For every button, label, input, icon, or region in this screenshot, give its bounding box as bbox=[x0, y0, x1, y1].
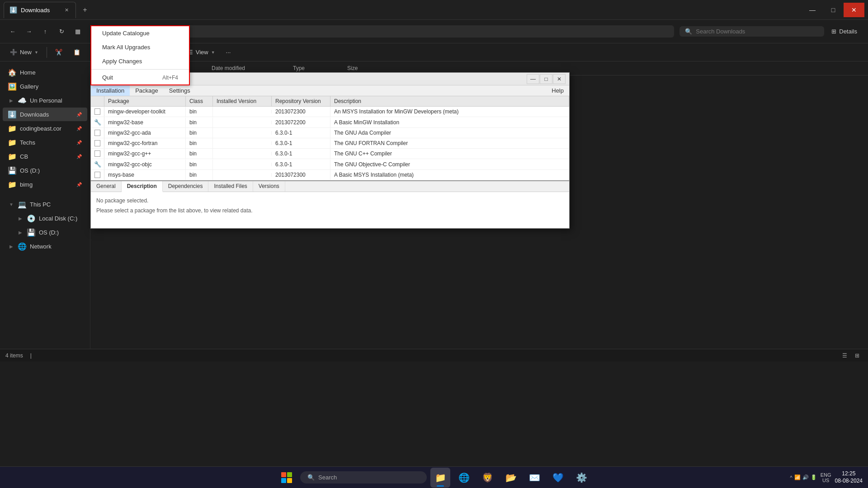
header-size[interactable]: Size bbox=[344, 63, 389, 73]
taskbar-app-explorer[interactable]: 📁 bbox=[430, 468, 450, 488]
table-row[interactable]: mingw32-gcc-g++ bin 6.3.0-1 The GNU C++ … bbox=[91, 149, 569, 159]
sidebar-item-cb[interactable]: 📁 CB 📌 bbox=[3, 150, 87, 163]
header-package: Package bbox=[104, 96, 186, 106]
sidebar-item-home[interactable]: 🏠 Home bbox=[3, 66, 87, 79]
view-chevron: ▼ bbox=[211, 50, 215, 55]
new-button[interactable]: ➕ New ▼ bbox=[5, 46, 43, 58]
checkbox-0[interactable] bbox=[94, 108, 100, 115]
table-row[interactable]: mingw32-gcc-fortran bin 6.3.0-1 The GNU … bbox=[91, 138, 569, 149]
mingw-menu-help[interactable]: Help bbox=[546, 85, 569, 96]
maximize-button[interactable]: □ bbox=[823, 3, 844, 17]
tab-versions[interactable]: Versions bbox=[253, 181, 285, 192]
tab-close-button[interactable]: ✕ bbox=[63, 6, 70, 14]
table-row[interactable]: msys-base bin 2013072300 A Basic MSYS In… bbox=[91, 170, 569, 180]
expand-icon-thispc: ▼ bbox=[8, 201, 14, 207]
mingw-close-button[interactable]: ✕ bbox=[553, 74, 566, 84]
taskbar-app-vscode[interactable]: 💙 bbox=[548, 468, 568, 488]
minimize-button[interactable]: — bbox=[802, 3, 823, 17]
cut-button[interactable]: ✂️ bbox=[51, 46, 67, 58]
more-button[interactable]: ··· bbox=[222, 46, 236, 58]
row-check-3[interactable] bbox=[91, 138, 104, 148]
mingw-menu-settings[interactable]: Settings bbox=[164, 85, 196, 96]
header-date[interactable]: Date modified bbox=[208, 63, 289, 73]
back-button[interactable]: ← bbox=[5, 24, 20, 39]
view-button[interactable]: ▦ bbox=[71, 24, 85, 39]
up-button[interactable]: ↑ bbox=[38, 24, 52, 39]
copy-button[interactable]: 📋 bbox=[69, 46, 85, 58]
tab-installed-files[interactable]: Installed Files bbox=[208, 181, 253, 192]
tray-wifi[interactable]: 📶 bbox=[794, 474, 801, 480]
taskbar-app-files[interactable]: 📂 bbox=[501, 468, 521, 488]
pkg-icon-1: 🔧 bbox=[94, 119, 101, 126]
row-check-2[interactable] bbox=[91, 128, 104, 138]
row-check-6[interactable] bbox=[91, 170, 104, 180]
taskbar-app-edge[interactable]: 🌐 bbox=[454, 468, 474, 488]
sidebar-item-network-label: Network bbox=[30, 243, 52, 250]
mingw-minimize-button[interactable]: — bbox=[527, 74, 539, 84]
taskbar-windows-button[interactable] bbox=[277, 468, 297, 488]
taskbar-search[interactable]: 🔍 Search bbox=[300, 471, 427, 483]
dropdown-item-mark-upgrades[interactable]: Mark All Upgrades bbox=[91, 40, 189, 54]
sidebar-item-os-d2[interactable]: ▶ 💾 OS (D:) bbox=[3, 225, 87, 239]
sidebar-item-techs[interactable]: 📁 Techs 📌 bbox=[3, 136, 87, 149]
refresh-button[interactable]: ↻ bbox=[54, 24, 69, 39]
explorer-tab[interactable]: ⬇️ Downloads ✕ bbox=[4, 2, 76, 18]
mingw-maximize-button[interactable]: □ bbox=[540, 74, 552, 84]
checkbox-3[interactable] bbox=[94, 140, 100, 146]
row-check-1[interactable]: 🔧 bbox=[91, 117, 104, 127]
tab-description[interactable]: Description bbox=[122, 181, 163, 192]
language-block[interactable]: ENG US bbox=[821, 472, 831, 483]
table-row[interactable]: 🔧 mingw32-base bin 2013072200 A Basic Mi… bbox=[91, 117, 569, 128]
row-check-4[interactable] bbox=[91, 149, 104, 159]
time-block[interactable]: 12:25 08-08-2024 bbox=[835, 470, 863, 484]
search-input[interactable] bbox=[696, 28, 819, 35]
tray-chevron[interactable]: ^ bbox=[790, 475, 793, 480]
sidebar-item-this-pc[interactable]: ▼ 💻 This PC bbox=[3, 197, 87, 211]
row-class-1: bin bbox=[186, 117, 213, 127]
dropdown-item-update-catalogue[interactable]: Update Catalogue bbox=[91, 26, 189, 40]
sidebar-item-bimg-label: bimg bbox=[20, 181, 33, 188]
tab-dependencies[interactable]: Dependencies bbox=[163, 181, 209, 192]
taskbar-app-mingw[interactable]: ⚙️ bbox=[571, 468, 591, 488]
mingw-info-tabs: General Description Dependencies Install… bbox=[91, 181, 569, 192]
tray-speaker[interactable]: 🔊 bbox=[802, 474, 809, 480]
new-tab-button[interactable]: + bbox=[78, 3, 92, 17]
taskbar-app-mail[interactable]: ✉️ bbox=[524, 468, 544, 488]
sidebar-item-local-disk-label: Local Disk (C:) bbox=[39, 215, 77, 222]
grid-view-toggle[interactable]: ⊞ bbox=[852, 351, 863, 361]
mingw-menu-package[interactable]: Package bbox=[130, 85, 164, 96]
sidebar-item-downloads[interactable]: ⬇️ Downloads 📌 bbox=[3, 108, 87, 121]
table-row[interactable]: mingw32-gcc-ada bin 6.3.0-1 The GNU Ada … bbox=[91, 128, 569, 138]
table-row[interactable]: mingw-developer-toolkit bin 2013072300 A… bbox=[91, 107, 569, 117]
row-repo-0: 2013072300 bbox=[272, 107, 330, 117]
forward-button[interactable]: → bbox=[22, 24, 36, 39]
sidebar-item-bimg[interactable]: 📁 bimg 📌 bbox=[3, 178, 87, 191]
list-view-toggle[interactable]: ☰ bbox=[839, 351, 850, 361]
sidebar-item-local-disk[interactable]: ▶ 💿 Local Disk (C:) bbox=[3, 211, 87, 225]
sidebar-item-os-d[interactable]: 💾 OS (D:) bbox=[3, 164, 87, 177]
sidebar-item-un-personal[interactable]: ▶ ☁️ Un Personal bbox=[3, 94, 87, 107]
row-class-3: bin bbox=[186, 138, 213, 148]
sidebar-item-codingbeast[interactable]: 📁 codingbeast.cor 📌 bbox=[3, 122, 87, 135]
dropdown-item-quit[interactable]: Quit Alt+F4 bbox=[91, 70, 189, 84]
tray-battery[interactable]: 🔋 bbox=[811, 474, 817, 480]
checkbox-2[interactable] bbox=[94, 130, 100, 136]
checkbox-6[interactable] bbox=[94, 172, 100, 178]
status-separator: | bbox=[30, 352, 32, 359]
close-button[interactable]: ✕ bbox=[844, 3, 864, 17]
table-row[interactable]: 🔧 mingw32-gcc-objc bin 6.3.0-1 The GNU O… bbox=[91, 159, 569, 170]
taskbar-app-brave[interactable]: 🦁 bbox=[477, 468, 497, 488]
header-type[interactable]: Type bbox=[289, 63, 344, 73]
tab-label: Downloads bbox=[21, 7, 50, 14]
sidebar-item-network[interactable]: ▶ 🌐 Network bbox=[3, 239, 87, 253]
row-repo-1: 2013072200 bbox=[272, 117, 330, 127]
sidebar-item-gallery[interactable]: 🖼️ Gallery bbox=[3, 80, 87, 93]
row-check-0[interactable] bbox=[91, 107, 104, 117]
row-check-5[interactable]: 🔧 bbox=[91, 159, 104, 169]
mingw-menu-installation[interactable]: Installation bbox=[91, 85, 130, 96]
row-class-4: bin bbox=[186, 149, 213, 159]
checkbox-4[interactable] bbox=[94, 150, 100, 157]
dropdown-item-apply-changes[interactable]: Apply Changes bbox=[91, 54, 189, 68]
tab-general[interactable]: General bbox=[91, 181, 122, 192]
details-button[interactable]: ⊞ Details bbox=[826, 25, 863, 38]
